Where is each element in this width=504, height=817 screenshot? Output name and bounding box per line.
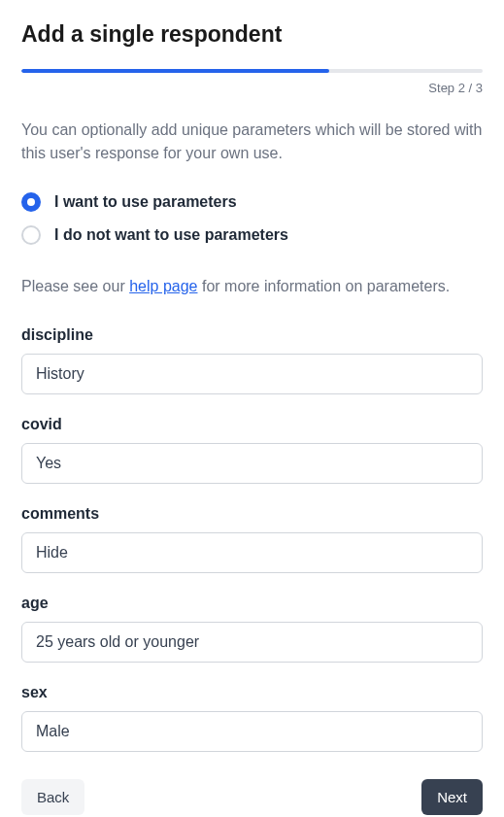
help-text: Please see our help page for more inform… bbox=[21, 278, 483, 295]
description-text: You can optionally add unique parameters… bbox=[21, 119, 483, 165]
covid-input[interactable] bbox=[21, 443, 483, 484]
radio-icon bbox=[21, 225, 41, 245]
covid-label: covid bbox=[21, 416, 483, 433]
next-button[interactable]: Next bbox=[421, 779, 483, 815]
age-label: age bbox=[21, 595, 483, 612]
field-covid: covid bbox=[21, 416, 483, 484]
radio-label: I do not want to use parameters bbox=[54, 226, 288, 244]
field-discipline: discipline bbox=[21, 326, 483, 394]
radio-use-parameters[interactable]: I want to use parameters bbox=[21, 192, 483, 212]
field-sex: sex bbox=[21, 684, 483, 752]
help-page-link[interactable]: help page bbox=[129, 278, 197, 294]
comments-label: comments bbox=[21, 505, 483, 523]
progress-bar bbox=[21, 69, 483, 73]
radio-no-parameters[interactable]: I do not want to use parameters bbox=[21, 225, 483, 245]
sex-input[interactable] bbox=[21, 711, 483, 752]
discipline-label: discipline bbox=[21, 326, 483, 344]
sex-label: sex bbox=[21, 684, 483, 701]
progress-fill bbox=[21, 69, 329, 73]
help-suffix: for more information on parameters. bbox=[197, 278, 450, 294]
help-prefix: Please see our bbox=[21, 278, 129, 294]
step-indicator: Step 2 / 3 bbox=[21, 81, 483, 95]
back-button[interactable]: Back bbox=[21, 779, 84, 815]
field-comments: comments bbox=[21, 505, 483, 573]
parameters-radio-group: I want to use parameters I do not want t… bbox=[21, 192, 483, 245]
radio-label: I want to use parameters bbox=[54, 193, 237, 211]
radio-icon bbox=[21, 192, 41, 212]
discipline-input[interactable] bbox=[21, 354, 483, 394]
page-title: Add a single respondent bbox=[21, 21, 483, 48]
button-row: Back Next bbox=[21, 779, 483, 815]
comments-input[interactable] bbox=[21, 532, 483, 573]
field-age: age bbox=[21, 595, 483, 663]
age-input[interactable] bbox=[21, 622, 483, 663]
